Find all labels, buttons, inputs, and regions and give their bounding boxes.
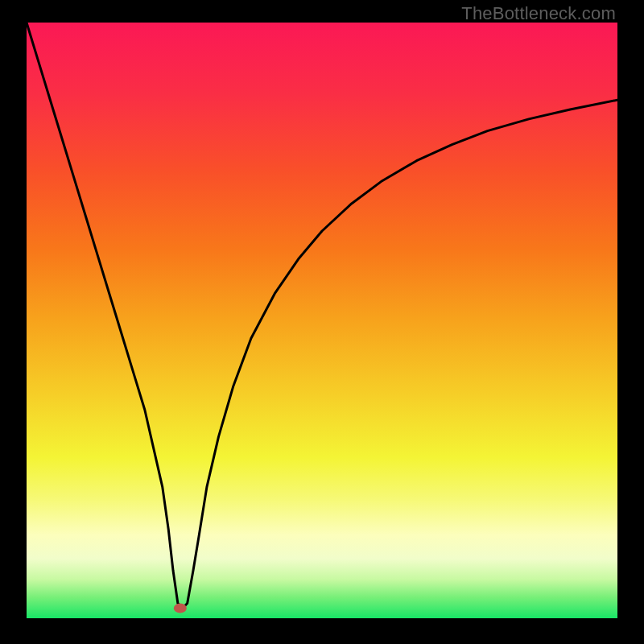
chart-background [27, 23, 617, 618]
bottleneck-chart [27, 23, 617, 618]
chart-frame [27, 23, 617, 618]
bottleneck-marker [174, 603, 187, 613]
watermark-text: TheBottleneck.com [461, 3, 616, 24]
